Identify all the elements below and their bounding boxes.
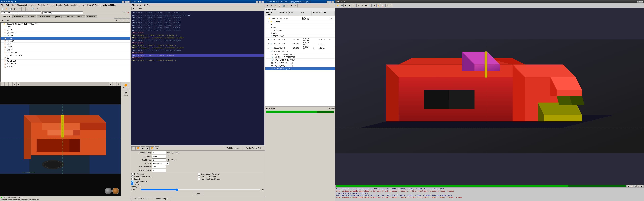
playpath-maximize[interactable]: □ bbox=[259, 1, 261, 3]
play-forward[interactable]: ⏭ bbox=[155, 146, 159, 150]
speed-slider-input[interactable] bbox=[140, 189, 260, 191]
cb-spindle-always[interactable] bbox=[198, 173, 200, 175]
feed-down[interactable]: ▼ bbox=[167, 156, 170, 158]
vt-bottom-4[interactable]: ▶ bbox=[637, 185, 640, 187]
play-stop[interactable]: ⏹ bbox=[141, 146, 145, 150]
tree-op-4[interactable]: ⬛ 4 K_VOL_PM_M1 [DP10] bbox=[266, 61, 335, 64]
rotate-btn[interactable]: ↻ bbox=[35, 7, 39, 11]
config-setup-input[interactable] bbox=[152, 151, 166, 154]
check-btn[interactable]: ✓ bbox=[122, 11, 126, 15]
seq-input[interactable] bbox=[1, 11, 41, 14]
tab-clearance[interactable]: Clearance bbox=[25, 15, 36, 18]
print-btn[interactable]: 🖨 bbox=[13, 7, 16, 11]
layer-expand[interactable]: + bbox=[118, 18, 122, 22]
tree-item-dm-params[interactable]: 📋 DM_PARAMS bbox=[0, 62, 130, 65]
import-setup-btn[interactable]: Import Setup... bbox=[153, 197, 171, 200]
factor-input[interactable] bbox=[42, 11, 83, 14]
close-button[interactable]: ✕ bbox=[127, 1, 130, 3]
tree-item-2[interactable]: ▶ bbox=[266, 23, 335, 26]
veri-btn-1[interactable]: ◀ bbox=[266, 4, 269, 7]
tree-op-volume-milling[interactable]: ▶ Volume Milling 1 [DP10] bbox=[266, 67, 335, 70]
tree-item-z-components[interactable]: 📋 Z_COMPONENTS bbox=[0, 51, 130, 54]
config-skip-input[interactable] bbox=[152, 159, 166, 162]
maximize-button[interactable]: □ bbox=[124, 1, 127, 3]
tree-nc-asm[interactable]: ▼ 📁 NC_ASM bbox=[266, 20, 335, 23]
ncl-display[interactable]: 38016 GOTO / 1.82930, 1.82930, 2.18295, … bbox=[131, 11, 264, 145]
menu-edit[interactable]: Edit bbox=[5, 4, 10, 6]
skip-down[interactable]: ▼ bbox=[167, 160, 170, 162]
minimize-button[interactable]: ─ bbox=[122, 1, 124, 3]
vp-shading[interactable]: ◼ bbox=[108, 82, 112, 86]
vericut-min-btn[interactable]: ─ bbox=[636, 0, 639, 2]
veri-btn-8[interactable]: ✕ bbox=[294, 4, 298, 7]
cb-cutting-limits[interactable] bbox=[198, 175, 200, 177]
cb-load-stocks[interactable] bbox=[198, 178, 200, 180]
menu-applications[interactable]: Applications bbox=[70, 4, 82, 6]
vt-settings[interactable]: ⚙ bbox=[386, 3, 389, 7]
vt-pan[interactable]: ✥ bbox=[364, 3, 368, 7]
tree-op-2[interactable]: 🔩 2 ML_DRILL_D_234 [DP010] bbox=[266, 56, 335, 59]
veri-btn-5[interactable]: 🔄 bbox=[282, 4, 286, 7]
tree-op-1[interactable]: ⚙ 1 MW_SPOTDRILL [DP010] bbox=[266, 53, 335, 56]
cb-undercut[interactable] bbox=[132, 181, 134, 183]
vt-bottom-2[interactable]: 📋 bbox=[630, 185, 633, 187]
redo-btn[interactable]: ↪ bbox=[22, 7, 26, 11]
vt-reset[interactable]: ↺ bbox=[352, 3, 355, 7]
cb-active[interactable] bbox=[132, 183, 134, 185]
cb-fastest[interactable] bbox=[132, 178, 134, 180]
menu-view[interactable]: View bbox=[10, 4, 16, 6]
pp-menu-file[interactable]: File bbox=[131, 4, 136, 6]
tree-root-item[interactable]: ▼ 📁 T-82209-01_MFG.ASM CNC MACHIN. 379 bbox=[266, 16, 335, 20]
add-new-setup-btn[interactable]: Add New Setup... bbox=[132, 197, 152, 200]
config-feed-input[interactable] bbox=[152, 155, 166, 158]
vt-analysis[interactable]: 📊 bbox=[380, 3, 384, 7]
tree-item-594[interactable]: ⬛ 594 bbox=[266, 26, 335, 29]
skip-up[interactable]: ▲ bbox=[167, 158, 170, 160]
tab-traverse[interactable]: Traverse Plane bbox=[37, 15, 52, 18]
layer-filter[interactable]: ▼ bbox=[126, 18, 130, 22]
tree-item-dm-driven[interactable]: 📋 DM_DRIVEN bbox=[0, 60, 130, 62]
vericut-3d-scene[interactable] bbox=[336, 8, 644, 185]
vp-wireframe[interactable]: ◻ bbox=[112, 82, 116, 86]
zoom-in-btn[interactable]: 🔍 bbox=[31, 7, 35, 11]
undo-btn[interactable]: ↩ bbox=[18, 7, 22, 11]
menu-manufacturing[interactable]: Manufacturing bbox=[16, 4, 30, 6]
geom-datum[interactable]: ⊕ Datum bbox=[122, 90, 130, 97]
vp-pan[interactable]: ✥ bbox=[12, 82, 16, 86]
vp-zoom-in[interactable]: + bbox=[4, 82, 8, 86]
vt-open[interactable]: 📂 bbox=[336, 3, 340, 7]
menu-model[interactable]: Model bbox=[30, 4, 37, 6]
tree-item-notes[interactable]: 📋 NOTES bbox=[0, 65, 130, 68]
tree-item-l-curve[interactable]: 📋 CURVE bbox=[0, 37, 130, 40]
tree-item-1[interactable]: ▶ items bbox=[0, 25, 130, 28]
veri-close-btn[interactable]: ✕ bbox=[332, 1, 334, 3]
menu-volume-milling[interactable]: Volume Milling bbox=[102, 4, 117, 6]
x-btn[interactable]: ✕ bbox=[126, 11, 130, 15]
cb-no-animation[interactable] bbox=[132, 173, 134, 175]
tree-item-l-cosmetic[interactable]: 📋 L_COSMETIC bbox=[0, 31, 130, 34]
cl-arrow-down[interactable]: ▼ bbox=[132, 7, 135, 10]
tab-procedure[interactable]: Procedure bbox=[86, 15, 97, 18]
tab-tool-motions[interactable]: Tool Motions bbox=[62, 15, 75, 18]
config-drill-select[interactable]: Full Motion Simplified bbox=[152, 162, 169, 165]
vt-zoom-in[interactable]: 🔍 bbox=[368, 3, 372, 7]
veri-btn-6[interactable]: ⚙ bbox=[286, 4, 290, 7]
tool-clearance-btn[interactable]: Tool Clearance... bbox=[224, 147, 242, 150]
tree-t82209-prt1[interactable]: ▶ 📄 T-82209-01.PRT 1-82209 CHKCK MODEL 1… bbox=[266, 37, 335, 42]
new-btn[interactable]: 📄 bbox=[1, 7, 4, 11]
veri-btn-2[interactable]: ▶ bbox=[270, 4, 273, 7]
vt-info[interactable]: ℹ bbox=[389, 3, 393, 7]
tree-item-dm[interactable]: 📋 DM bbox=[0, 57, 130, 60]
menu-mill[interactable]: Mill bbox=[82, 4, 86, 6]
ncl-line-38033[interactable]: 38033 CIRCLE / 2.04991, 1.99074, -0.4008… bbox=[132, 54, 264, 57]
tab-parameters[interactable]: Parameters bbox=[12, 15, 25, 18]
play-step-fwd[interactable]: ⏩ bbox=[150, 146, 154, 150]
tree-c7-retract[interactable]: ↩ C7 RETRACT bbox=[266, 29, 335, 32]
tree-t82209-prt3[interactable]: ▶ 📄 T-82209-01.PRT 1-82209 CHKCK MOVE 2 … bbox=[266, 46, 335, 50]
menu-annotate[interactable]: Annotate bbox=[46, 4, 55, 6]
tree-item-l-point[interactable]: 📋 L_POINT bbox=[0, 45, 130, 48]
vt-measure[interactable]: 📐 bbox=[377, 3, 380, 7]
menu-tools[interactable]: Tools bbox=[63, 4, 70, 6]
select-btn[interactable]: ↖ bbox=[27, 7, 31, 11]
vp-zoom-out[interactable]: − bbox=[8, 82, 12, 86]
